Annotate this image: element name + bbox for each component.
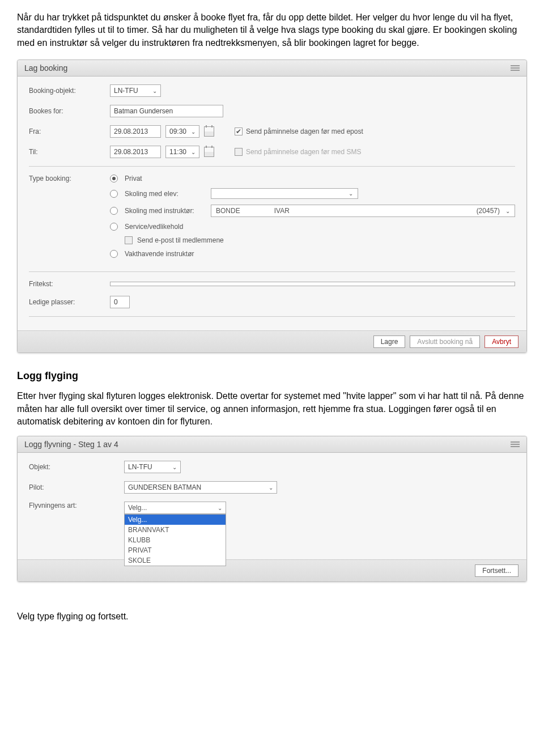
log-pilot-value: GUNDERSEN BATMAN [128, 483, 201, 491]
booked-for-input[interactable]: Batman Gundersen [110, 105, 223, 117]
radio-instruktor-label: Skoling med instruktør: [125, 207, 204, 215]
instruktor-first: IVAR [274, 207, 290, 215]
collapse-icon[interactable] [511, 441, 520, 447]
log-pilot-label: Pilot: [29, 483, 120, 491]
radio-elev-label: Skoling med elev: [125, 190, 204, 198]
log-type-option[interactable]: KLUBB [125, 535, 226, 545]
booking-footer: Lagre Avslutt booking nå Avbryt [18, 330, 526, 352]
booking-object-label: Booking-objekt: [29, 87, 105, 95]
radio-vakthavende[interactable] [110, 250, 118, 258]
radio-instruktor[interactable] [110, 207, 118, 215]
from-time-select[interactable]: 09:30 ⌄ [165, 125, 199, 138]
radio-privat-label: Privat [125, 175, 204, 182]
calendar-icon[interactable] [204, 126, 214, 137]
log-section-title: Logg flyging [17, 370, 527, 382]
freetext-input[interactable] [110, 282, 515, 286]
booking-title: Lag booking [24, 63, 67, 73]
radio-service[interactable] [110, 223, 118, 231]
log-type-option[interactable]: BRANNVAKT [125, 525, 226, 535]
chevron-down-icon: ⌄ [505, 208, 510, 214]
checkbox-disabled-icon [235, 148, 243, 156]
to-label: Til: [29, 148, 105, 156]
log-footer: Fortsett... [18, 559, 526, 581]
chevron-down-icon: ⌄ [348, 190, 353, 197]
radio-vakthavende-label: Vakthavende instruktør [125, 250, 204, 258]
instruktor-last: BONDE [216, 207, 240, 215]
reminder-email-checkbox[interactable]: ✔ Send påminnelse dagen før med epost [235, 128, 363, 135]
intro-paragraph: Når du har trykket på tidspunktet du øns… [17, 11, 527, 49]
divider [29, 316, 515, 317]
log-type-option[interactable]: PRIVAT [125, 545, 226, 555]
bottom-paragraph: Velg type flyging og fortsett. [17, 610, 527, 623]
type-booking-label: Type booking: [29, 175, 105, 182]
radio-privat[interactable] [110, 175, 118, 182]
calendar-icon[interactable] [204, 147, 214, 157]
instruktor-select[interactable]: BONDE IVAR (20457) ⌄ [211, 205, 515, 217]
log-type-options: Velg... BRANNVAKT KLUBB PRIVAT SKOLE [124, 514, 226, 566]
log-type-label: Flyvningens art: [29, 502, 120, 509]
from-date-input[interactable]: 29.08.2013 [110, 125, 161, 138]
save-button[interactable]: Lagre [373, 335, 406, 348]
cancel-button[interactable]: Avbryt [484, 335, 518, 348]
log-intro-paragraph: Etter hver flyging skal flyturen logges … [17, 390, 527, 428]
log-panel: Logg flyvning - Steg 1 av 4 Objekt: LN-T… [17, 436, 527, 582]
radio-elev[interactable] [110, 190, 118, 198]
log-title: Logg flyvning - Steg 1 av 4 [24, 440, 118, 449]
from-time-value: 09:30 [169, 128, 186, 135]
booking-panel: Lag booking Booking-objekt: LN-TFU ⌄ Boo… [17, 60, 527, 353]
to-date-input[interactable]: 29.08.2013 [110, 146, 161, 158]
freetext-label: Fritekst: [29, 280, 105, 288]
send-epost-label: Send e-post til medlemmene [137, 236, 224, 244]
log-type-option[interactable]: SKOLE [125, 555, 226, 566]
seats-label: Ledige plasser: [29, 298, 105, 306]
instruktor-id: (20457) [477, 207, 500, 215]
checkbox-checked-icon: ✔ [235, 128, 243, 135]
chevron-down-icon: ⌄ [191, 149, 196, 155]
collapse-icon[interactable] [511, 65, 520, 71]
chevron-down-icon: ⌄ [218, 505, 222, 511]
log-object-value: LN-TFU [128, 463, 152, 471]
booking-object-select[interactable]: LN-TFU ⌄ [110, 84, 161, 97]
checkbox-send-epost [125, 236, 133, 244]
chevron-down-icon: ⌄ [172, 464, 177, 470]
chevron-down-icon: ⌄ [191, 129, 196, 135]
radio-service-label: Service/vedlikehold [125, 223, 204, 231]
continue-button[interactable]: Fortsett... [475, 564, 518, 577]
reminder-email-label: Send påminnelse dagen før med epost [246, 128, 363, 135]
log-type-dropdown[interactable]: Velg... ⌄ Velg... BRANNVAKT KLUBB PRIVAT… [124, 502, 226, 514]
elev-select[interactable]: ⌄ [211, 188, 358, 199]
log-type-value: Velg... [128, 504, 147, 512]
log-type-option[interactable]: Velg... [125, 515, 226, 525]
booked-for-label: Bookes for: [29, 107, 105, 115]
log-object-select[interactable]: LN-TFU ⌄ [124, 461, 181, 473]
divider [29, 271, 515, 272]
seats-input[interactable]: 0 [110, 296, 130, 308]
chevron-down-icon: ⌄ [269, 485, 273, 491]
reminder-sms-label: Send påminnelse dagen før med SMS [246, 148, 361, 156]
log-object-label: Objekt: [29, 463, 120, 471]
from-label: Fra: [29, 128, 105, 135]
end-booking-button[interactable]: Avslutt booking nå [410, 335, 480, 348]
to-time-value: 11:30 [169, 148, 186, 156]
divider [29, 166, 515, 167]
log-pilot-select[interactable]: GUNDERSEN BATMAN ⌄ [124, 481, 277, 494]
log-panel-header: Logg flyvning - Steg 1 av 4 [18, 436, 526, 453]
booking-panel-header: Lag booking [18, 60, 526, 77]
chevron-down-icon: ⌄ [152, 88, 157, 94]
reminder-sms-checkbox: Send påminnelse dagen før med SMS [235, 148, 361, 156]
to-time-select[interactable]: 11:30 ⌄ [165, 146, 199, 158]
booking-object-value: LN-TFU [114, 87, 138, 95]
